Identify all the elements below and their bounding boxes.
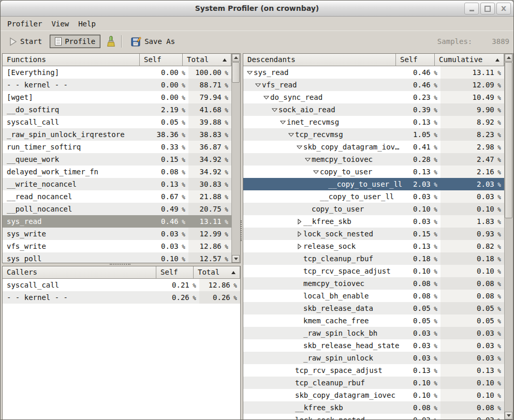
functions-table-row[interactable]: sys_write0.03 %12.99 % [3,228,231,240]
functions-table-row[interactable]: __queue_work0.15 %34.92 % [3,153,231,166]
expander-open-icon[interactable] [303,157,312,162]
menu-view[interactable]: View [47,18,74,29]
menu-help[interactable]: Help [74,18,100,29]
expander-closed-icon[interactable] [295,219,303,224]
descendants-table-row[interactable]: release_sock0.13 %0.82 % [243,240,504,252]
descendants-table-row[interactable]: copy_to_user0.13 %2.16 % [243,166,504,178]
function-name-cell: __copy_to_user_ll [243,190,407,203]
scroll-up-button[interactable] [505,54,512,62]
scroll-up-button[interactable] [232,54,240,62]
self-percent: 0.00 % [151,66,188,79]
scrollbar-thumb[interactable] [232,62,240,83]
self-column-header[interactable]: Self [396,54,435,66]
descendants-table-row[interactable]: tcp_recvmsg1.05 %8.23 % [243,128,504,141]
expander-open-icon[interactable] [312,169,320,175]
self-percent: 0.21 % [168,279,199,291]
descendants-table-row[interactable]: do_sync_read0.23 %10.49 % [243,91,504,103]
descendants-table-row[interactable]: __copy_to_user_ll2.03 %2.03 % [243,178,504,190]
title-bar[interactable]: System Profiler (on crownbay) X [1,1,513,17]
descendants-table-row[interactable]: memcpy_toiovec0.08 %0.08 % [243,277,504,290]
descendants-table-row[interactable]: memcpy_toiovec0.28 %2.47 % [243,153,504,166]
descendants-table-row[interactable]: tcp_rcv_space_adjust0.10 %0.10 % [243,265,504,277]
functions-table-row[interactable]: vfs_write0.03 %12.86 % [3,240,231,252]
save-as-button[interactable]: Save As [126,33,180,50]
functions-table-row[interactable]: syscall_call0.05 %39.88 % [3,116,231,128]
self-percent: 0.15 % [407,228,440,240]
expander-closed-icon[interactable] [295,244,303,249]
callers-table-row[interactable]: syscall_call0.21 %12.86 % [3,279,240,291]
functions-column-header[interactable]: Functions [3,54,140,66]
descendants-table-row[interactable]: local_bh_enable0.08 %0.08 % [243,290,504,302]
descendants-table-row[interactable]: lock_sock_nested0.03 %0.03 % [243,414,504,419]
descendants-table-row[interactable]: skb_copy_datagram_iov…0.41 %2.98 % [243,141,504,153]
profile-toggle-button[interactable]: Profile [50,35,100,48]
descendants-table-row[interactable]: tcp_cleanup_rbuf0.10 %0.10 % [243,377,504,389]
callers-table-row[interactable]: - - kernel - -0.26 %0.26 % [3,291,240,304]
functions-table-row[interactable]: _raw_spin_unlock_irqrestore38.36 %38.83 … [3,128,231,141]
descendants-table-row[interactable]: sys_read0.46 %13.11 % [243,66,504,79]
functions-table-row[interactable]: [wget]0.00 %79.94 % [3,91,231,103]
minimize-button[interactable] [464,3,479,14]
functions-table-row[interactable]: __read_nocancel0.67 %21.88 % [3,190,231,203]
cumulative-percent: 1.83 % [440,215,504,228]
descendants-table-row[interactable]: tcp_cleanup_rbuf0.18 %0.18 % [243,252,504,265]
functions-table-row[interactable]: __poll_nocancel0.49 %20.75 % [3,203,231,215]
descendants-table-row[interactable]: _raw_spin_unlock0.03 %0.03 % [243,352,504,364]
maximize-button[interactable] [480,3,495,14]
functions-table-row[interactable]: sys_poll0.10 %12.57 % [3,252,231,263]
expander-open-icon[interactable] [262,95,270,100]
descendants-table-row[interactable]: __copy_to_user_ll0.03 %0.03 % [243,190,504,203]
functions-table-row[interactable]: [Everything]0.00 %100.00 % [3,66,231,79]
clear-button[interactable] [104,33,118,50]
descendants-scrollbar[interactable] [504,54,513,419]
scroll-down-button[interactable] [232,255,240,263]
function-name: __queue_work [7,153,59,166]
descendants-table-row[interactable]: lock_sock_nested0.15 %0.93 % [243,228,504,240]
functions-table-body: [Everything]0.00 %100.00 %- - kernel - -… [3,66,231,263]
functions-table-row[interactable]: run_timer_softirq0.33 %36.87 % [3,141,231,153]
start-button[interactable]: Start [5,34,47,49]
functions-table-row[interactable]: __write_nocancel0.13 %30.83 % [3,178,231,190]
descendants-table-row[interactable]: __kfree_skb0.08 %0.08 % [243,401,504,414]
descendants-table-row[interactable]: inet_recvmsg0.13 %8.92 % [243,116,504,128]
expander-open-icon[interactable] [270,107,278,113]
expander-open-icon[interactable] [287,132,295,138]
menu-profiler[interactable]: Profiler [3,18,47,29]
self-percent: 0.03 % [407,327,440,339]
total-column-header[interactable]: Total [194,266,240,279]
descendants-column-header[interactable]: Descendants [243,54,396,66]
self-column-header[interactable]: Self [156,266,194,279]
self-percent: 0.28 % [407,153,440,166]
total-percent: 38.83 % [188,128,231,141]
cumulative-column-header[interactable]: Cumulative [435,54,504,66]
total-column-header[interactable]: Total [183,54,231,66]
scroll-down-button[interactable] [505,412,512,419]
functions-table-row[interactable]: delayed_work_timer_fn0.08 %34.92 % [3,166,231,178]
descendants-table-row[interactable]: __kfree_skb0.03 %1.83 % [243,215,504,228]
close-button[interactable]: X [496,3,511,14]
descendants-table-row[interactable]: kmem_cache_free0.05 %0.05 % [243,314,504,327]
expander-open-icon[interactable] [295,144,303,150]
scrollbar-thumb[interactable] [505,62,512,218]
descendants-table-row[interactable]: vfs_read0.46 %12.09 % [243,79,504,91]
descendants-table-row[interactable]: _raw_spin_lock_bh0.03 %0.03 % [243,327,504,339]
functions-table-row[interactable]: sys_read0.46 %13.11 % [3,215,231,228]
expander-open-icon[interactable] [278,119,287,125]
expander-closed-icon[interactable] [295,231,303,237]
descendants-table-row[interactable]: tcp_rcv_space_adjust0.13 %0.13 % [243,364,504,377]
descendants-table-row[interactable]: skb_release_head_state0.03 %0.03 % [243,339,504,352]
vertical-pane-splitter[interactable] [239,52,243,420]
functions-table-row[interactable]: - - kernel - -0.00 %88.71 % [3,79,231,91]
descendants-table-row[interactable]: skb_copy_datagram_iovec0.10 %0.10 % [243,389,504,401]
callers-column-header[interactable]: Callers [3,266,156,279]
self-column-header[interactable]: Self [140,54,183,66]
expander-open-icon[interactable] [254,82,262,88]
descendants-table-row[interactable]: copy_to_user0.10 %0.10 % [243,203,504,215]
horizontal-pane-splitter[interactable] [1,262,240,266]
descendants-table-row[interactable]: skb_release_data0.05 %0.05 % [243,302,504,314]
expander-open-icon[interactable] [245,70,254,76]
descendants-table-row[interactable]: sock_aio_read0.39 %9.90 % [243,103,504,116]
functions-table-row[interactable]: __do_softirq2.19 %41.68 % [3,103,231,116]
descendants-table-body: sys_read0.46 %13.11 %vfs_read0.46 %12.09… [243,66,504,419]
function-name: run_timer_softirq [7,141,81,153]
